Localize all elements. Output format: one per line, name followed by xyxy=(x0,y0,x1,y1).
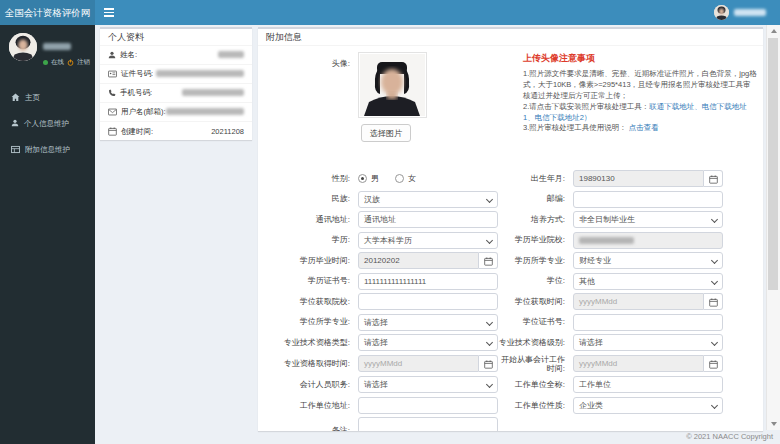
postal-code-input[interactable] xyxy=(573,191,723,208)
postal-code-label: 邮编: xyxy=(498,194,573,203)
accounting-start-date-input: yyyyMMdd xyxy=(573,355,704,372)
personal-profile-panel: 个人资料 姓名:证件号码:手机号码:用户名(邮箱):创建时间:20211208 xyxy=(100,27,252,140)
upload-notice-title: 上传头像注意事项 xyxy=(523,52,757,65)
form-row: 性别:男女出生年月:19890130 xyxy=(258,170,763,187)
graduation-school-input xyxy=(573,232,723,249)
sidebar-item-label: 个人信息维护 xyxy=(24,119,69,129)
radio-icon xyxy=(358,174,367,183)
remarks-textarea[interactable] xyxy=(358,417,498,431)
site-logo[interactable]: 全国会计资格评价网 xyxy=(0,0,95,25)
chevron-down-icon xyxy=(486,195,493,202)
prof-qual-date-input: yyyyMMdd xyxy=(358,355,479,372)
birth-date-label: 出生年月: xyxy=(498,174,573,183)
education-major-label: 学历所学专业: xyxy=(498,256,573,265)
prof-qual-date-label: 专业资格取得时间: xyxy=(258,359,358,368)
form-row: 专业技术资格类型:请选择专业技术资格级别:请选择 xyxy=(258,334,763,351)
sidebar-item-home[interactable]: 主页 xyxy=(0,85,95,111)
notice-line2-prefix: 2.请点击下载安装照片审核处理工具： xyxy=(523,102,649,111)
birth-date-input: 19890130 xyxy=(573,170,704,187)
download-link[interactable]: 联通下载地址、 xyxy=(649,102,702,111)
mailing-address-label: 通讯地址: xyxy=(258,215,358,224)
accounting-start-date-calendar-button[interactable] xyxy=(704,355,723,372)
calendar-icon xyxy=(709,355,718,373)
page-scrollbar[interactable] xyxy=(766,25,780,430)
education-level-select[interactable]: 大学本科学历 xyxy=(358,232,498,249)
list-icon xyxy=(11,145,20,156)
birth-date-date-group: 19890130 xyxy=(573,170,723,187)
sidebar-item-additional-info[interactable]: 附加信息维护 xyxy=(0,137,95,163)
prof-qual-date-calendar-button[interactable] xyxy=(479,355,498,372)
degree-school-label: 学位获取院校: xyxy=(258,297,358,306)
employer-type-label: 工作单位性质: xyxy=(498,401,573,410)
calendar-icon xyxy=(709,170,718,188)
employer-name-label: 工作单位全称: xyxy=(498,380,573,389)
accountant-position-select[interactable]: 请选择 xyxy=(358,376,498,393)
graduation-date-input: 20120202 xyxy=(358,252,479,269)
sidebar-user-avatar xyxy=(9,33,37,61)
profile-row-created-time: 创建时间:20211208 xyxy=(100,122,252,141)
chevron-down-icon xyxy=(711,277,718,284)
additional-info-title: 附加信息 xyxy=(258,29,763,46)
accountant-position-label: 会计人员职务: xyxy=(258,380,358,389)
accounting-start-date-label: 开始从事会计工作时间: xyxy=(498,355,573,373)
prof-qual-type-label: 专业技术资格类型: xyxy=(258,338,358,347)
copyright-text: © 2021 NAACC Copyright xyxy=(686,432,773,441)
degree-major-select[interactable]: 请选择 xyxy=(358,314,498,331)
profile-value: 20211208 xyxy=(211,127,244,136)
choose-picture-button[interactable]: 选择图片 xyxy=(361,124,411,142)
chevron-down-icon xyxy=(486,381,493,388)
degree-select[interactable]: 其他 xyxy=(573,273,723,290)
degree-school-input[interactable] xyxy=(358,293,498,310)
education-cert-no-input[interactable]: 1111111111111111 xyxy=(358,273,498,290)
birth-date-calendar-button[interactable] xyxy=(704,170,723,187)
radio-icon xyxy=(395,174,404,183)
selected-value: 请选择 xyxy=(579,337,603,348)
nav-user-menu[interactable] xyxy=(714,0,766,25)
degree-date-calendar-button[interactable] xyxy=(704,293,723,310)
graduation-school-label: 学历毕业院校: xyxy=(498,235,573,244)
form-row: 专业资格取得时间:yyyyMMdd开始从事会计工作时间:yyyyMMdd xyxy=(258,355,763,373)
sidebar-username-redacted xyxy=(43,43,71,50)
scrollbar-up-button[interactable] xyxy=(767,25,780,37)
form-row: 备注: xyxy=(258,417,763,431)
sidebar-item-personal-info[interactable]: 个人信息维护 xyxy=(0,111,95,137)
notice-line3-prefix: 3.照片审核处理工具使用说明： xyxy=(523,123,627,132)
chevron-down-icon xyxy=(486,339,493,346)
profile-row-id-number: 证件号码: xyxy=(100,65,252,84)
accounting-start-date-date-group: yyyyMMdd xyxy=(573,355,723,372)
prof-qual-level-label: 专业技术资格级别: xyxy=(498,338,573,347)
profile-label: 姓名: xyxy=(120,50,137,60)
notice-line1: 1.照片源文件要求是清晰、完整、近期标准证件照片，白色背景，jpg格式，大于10… xyxy=(523,69,757,100)
sidebar-toggle-button[interactable] xyxy=(95,0,123,25)
chevron-down-icon xyxy=(711,402,718,409)
usage-guide-link[interactable]: 点击查看 xyxy=(629,123,659,132)
prof-qual-type-select[interactable]: 请选择 xyxy=(358,334,498,351)
scrollbar-thumb[interactable] xyxy=(768,38,778,290)
ethnicity-select[interactable]: 汉族 xyxy=(358,191,498,208)
sidebar-item-label: 附加信息维护 xyxy=(25,145,70,155)
training-mode-select[interactable]: 非全日制毕业生 xyxy=(573,211,723,228)
mailing-address-input[interactable]: 通讯地址 xyxy=(358,211,498,228)
graduation-date-calendar-button[interactable] xyxy=(479,252,498,269)
gender-radio-option[interactable]: 女 xyxy=(395,173,416,184)
education-major-select[interactable]: 财经专业 xyxy=(573,252,723,269)
employer-name-input[interactable]: 工作单位 xyxy=(573,376,723,393)
chevron-down-icon xyxy=(486,318,493,325)
home-icon xyxy=(11,93,20,104)
scrollbar-down-button[interactable] xyxy=(767,418,780,430)
redacted-value xyxy=(218,51,244,58)
prof-qual-level-select[interactable]: 请选择 xyxy=(573,334,723,351)
gender-radio-selected-option[interactable]: 男 xyxy=(358,173,379,184)
main-content: 个人资料 姓名:证件号码:手机号码:用户名(邮箱):创建时间:20211208 … xyxy=(95,25,780,444)
employer-type-select[interactable]: 企业类 xyxy=(573,397,723,414)
degree-cert-no-input[interactable] xyxy=(573,314,723,331)
logout-link[interactable]: 注销 xyxy=(77,58,90,67)
sidebar-item-label: 主页 xyxy=(25,93,40,103)
download-link[interactable]: 电信下载地址2） xyxy=(535,113,592,122)
redacted-value xyxy=(182,89,244,96)
redacted-value xyxy=(166,108,244,115)
employer-address-input[interactable] xyxy=(358,397,498,414)
envelope-icon xyxy=(108,108,117,116)
degree-date-input: yyyyMMdd xyxy=(573,293,704,310)
id-card-icon xyxy=(108,70,117,78)
